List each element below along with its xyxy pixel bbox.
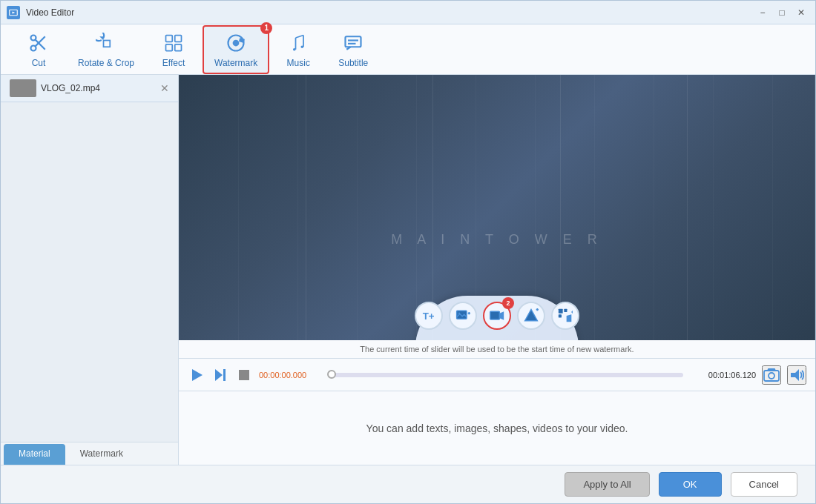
v-line-4 xyxy=(561,75,688,340)
material-tab[interactable]: Material xyxy=(4,444,65,465)
cut-tool-button[interactable]: Cut xyxy=(13,27,65,73)
progress-thumb xyxy=(327,370,336,379)
stop-button[interactable] xyxy=(235,366,253,384)
music-label: Music xyxy=(287,58,310,68)
cut-label: Cut xyxy=(32,58,46,68)
svg-marker-38 xyxy=(192,369,203,381)
screenshot-button[interactable] xyxy=(762,365,781,385)
window-title: Video Editor xyxy=(26,7,748,18)
add-text-wrap: T+ xyxy=(415,302,443,330)
svg-rect-18 xyxy=(346,36,361,47)
svg-point-43 xyxy=(769,373,774,379)
svg-rect-7 xyxy=(104,40,111,47)
content-area: VLOG_02.mp4 ✕ Material Watermark xyxy=(1,75,815,465)
step-button[interactable] xyxy=(211,366,229,384)
bottom-panel: You can add texts, images, shapes, video… xyxy=(179,391,815,465)
toolbar: Cut Rotate & Crop xyxy=(1,24,815,75)
v-line-1 xyxy=(179,75,306,340)
playback-bar: 00:00:00.000 00:01:06.120 xyxy=(179,358,815,391)
panel-hint-text: You can add texts, images, shapes, video… xyxy=(366,422,628,434)
add-video-badge: 2 xyxy=(502,297,514,309)
minimize-button[interactable]: − xyxy=(754,4,771,21)
svg-line-17 xyxy=(296,35,304,38)
svg-rect-33 xyxy=(564,309,567,312)
svg-marker-45 xyxy=(791,369,799,381)
add-shape-wrap xyxy=(517,302,545,330)
watermark-tool-button[interactable]: Watermark xyxy=(203,25,269,74)
svg-rect-32 xyxy=(559,309,563,314)
time-end: 00:01:06.120 xyxy=(689,371,756,379)
v-line-5 xyxy=(688,75,815,340)
svg-rect-8 xyxy=(166,35,173,42)
svg-rect-41 xyxy=(239,370,249,380)
file-thumbnail xyxy=(10,79,36,97)
add-image-wrap xyxy=(449,302,477,330)
left-panel-tabs: Material Watermark xyxy=(1,442,178,465)
svg-rect-14 xyxy=(239,38,245,43)
watermark-icon xyxy=(224,31,248,55)
svg-rect-9 xyxy=(175,35,182,42)
svg-rect-34 xyxy=(559,314,562,317)
rotate-tool-button[interactable]: Rotate & Crop xyxy=(68,27,145,73)
left-panel: VLOG_02.mp4 ✕ Material Watermark xyxy=(1,75,179,465)
add-mosaic-button[interactable] xyxy=(551,302,579,330)
add-video-wrap: 2 xyxy=(483,302,511,330)
watermark-label: Watermark xyxy=(214,58,257,68)
progress-bar[interactable] xyxy=(332,373,683,377)
svg-marker-29 xyxy=(525,310,538,321)
rotate-icon xyxy=(94,31,118,55)
svg-rect-27 xyxy=(490,311,500,319)
svg-rect-11 xyxy=(175,44,182,50)
tip-text: The current time of slider will be used … xyxy=(360,345,634,354)
svg-point-13 xyxy=(233,39,240,46)
subtitle-label: Subtitle xyxy=(338,58,368,68)
time-current: 00:00:00.000 xyxy=(259,371,326,379)
volume-button[interactable] xyxy=(787,365,806,385)
scissors-icon xyxy=(27,31,50,55)
media-library xyxy=(1,102,178,442)
maximize-button[interactable]: □ xyxy=(774,4,790,21)
watermark-tool-wrap: Watermark 1 xyxy=(203,25,269,74)
v-line-2 xyxy=(306,75,434,340)
svg-marker-35 xyxy=(567,314,572,322)
rotate-label: Rotate & Crop xyxy=(78,58,134,68)
add-mosaic-wrap xyxy=(551,302,579,330)
svg-marker-39 xyxy=(215,369,223,381)
file-tab: VLOG_02.mp4 ✕ xyxy=(1,75,178,102)
svg-rect-40 xyxy=(223,369,226,381)
add-text-button[interactable]: T+ xyxy=(415,302,443,330)
apply-to-all-button[interactable]: Apply to All xyxy=(565,472,649,497)
svg-point-2 xyxy=(31,45,36,50)
add-image-button[interactable] xyxy=(449,302,477,330)
watermark-badge: 1 xyxy=(260,22,272,34)
subtitle-tool-button[interactable]: Subtitle xyxy=(327,27,379,73)
main-area: T+ xyxy=(179,75,815,465)
effect-tool-button[interactable]: Effect xyxy=(148,27,200,73)
effect-label: Effect xyxy=(162,58,185,68)
svg-point-3 xyxy=(31,35,36,40)
main-window: Video Editor − □ ✕ Cut xyxy=(0,0,816,504)
watermark-type-bar: T+ xyxy=(415,296,579,340)
file-close-button[interactable]: ✕ xyxy=(160,82,169,94)
panel-content: You can add texts, images, shapes, video… xyxy=(179,391,815,465)
effect-icon xyxy=(162,31,185,55)
close-button[interactable]: ✕ xyxy=(793,4,809,21)
video-preview: T+ xyxy=(179,75,815,340)
svg-text:T+: T+ xyxy=(423,311,435,322)
window-controls: − □ ✕ xyxy=(754,4,809,21)
cancel-button[interactable]: Cancel xyxy=(731,472,797,497)
app-icon xyxy=(7,6,20,19)
music-tool-button[interactable]: Music xyxy=(272,27,324,73)
subtitle-icon xyxy=(341,31,365,55)
music-icon xyxy=(286,31,310,55)
play-button[interactable] xyxy=(188,366,205,384)
ok-button[interactable]: OK xyxy=(659,472,722,497)
svg-marker-28 xyxy=(499,311,504,320)
tip-bar: The current time of slider will be used … xyxy=(179,340,815,358)
svg-marker-1 xyxy=(13,11,16,13)
titlebar: Video Editor − □ ✕ xyxy=(1,1,815,24)
add-shape-button[interactable] xyxy=(517,302,545,330)
watermark-tab[interactable]: Watermark xyxy=(65,442,138,465)
svg-rect-10 xyxy=(166,44,173,50)
svg-marker-44 xyxy=(768,369,775,371)
